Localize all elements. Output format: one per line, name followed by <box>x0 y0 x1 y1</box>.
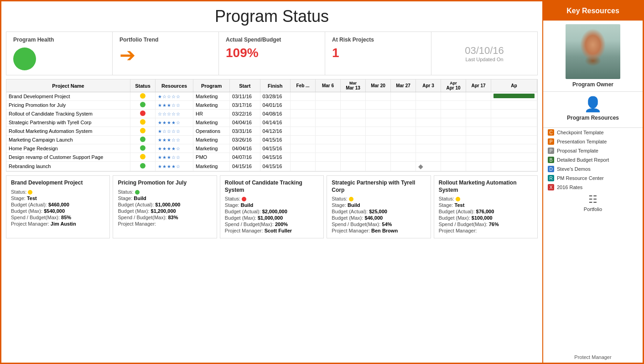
col-mar20: Mar 20 <box>366 79 391 92</box>
card-title: Rollout of Candidate Tracking System <box>225 179 319 194</box>
card-pm: Project Manager: <box>439 228 533 233</box>
portfolio-label: Portfolio <box>584 206 602 212</box>
card-pm: Project Manager: Jim Austin <box>11 221 105 227</box>
main-content: Program Status Program Health Portfolio … <box>1 1 542 363</box>
card-stage: Stage: Build <box>225 202 319 208</box>
col-start: Start <box>230 79 260 92</box>
card-stage: Stage: Build <box>332 202 426 208</box>
link-label: Detailed Budget Report <box>557 157 609 163</box>
app-container: Program Status Program Health Portfolio … <box>0 0 644 364</box>
col-finish: Finish <box>260 79 290 92</box>
card-budget-max: Budget (Max): $100,000 <box>439 215 533 221</box>
table-row: Strategic Partnership with Tyrell Corp★★… <box>6 118 537 127</box>
link-icon: P <box>548 148 554 154</box>
card-pm: Project Manager: Scott Fuller <box>225 228 319 233</box>
col-apr17: Apr 17 <box>466 79 491 92</box>
link-label: Steve's Demos <box>557 166 591 172</box>
sidebar-link-item[interactable]: R PM Resource Center <box>543 174 643 183</box>
col-program: Program <box>193 79 230 92</box>
kpi-last-updated: 03/10/16 Last Updated On <box>431 32 537 75</box>
table-row: Brand Development Project★☆☆☆☆Marketing0… <box>6 92 537 101</box>
sidebar-link-item[interactable]: D Steve's Demos <box>543 164 643 174</box>
card-title: Brand Development Project <box>11 179 105 187</box>
actual-spend-value: 109% <box>226 46 259 60</box>
card-budget-max: Budget (Max): $1,000,000 <box>225 215 319 221</box>
card-status: Status: <box>225 196 319 201</box>
link-icon: X <box>548 184 554 190</box>
kpi-bar: Program Health Portfolio Trend ➔ Actual … <box>6 32 538 75</box>
link-icon: R <box>548 175 554 181</box>
card-status: Status: <box>118 189 212 195</box>
resources-label: Program Resources <box>567 115 619 121</box>
portfolio-trend-label: Portfolio Trend <box>119 37 158 43</box>
sidebar: Key Resources Program Owner 👤 Program Re… <box>542 1 643 363</box>
last-updated-date: 03/10/16 <box>465 45 504 57</box>
link-icon: P <box>548 138 554 145</box>
link-label: Presentation Template <box>557 139 607 144</box>
card-spend-budget: Spend / Budget(Max): 54% <box>332 222 426 227</box>
card-budget-max: Budget (Max): $1,200,000 <box>118 208 212 214</box>
page-title: Program Status <box>1 1 542 30</box>
col-apr3: Apr 3 <box>416 79 441 92</box>
col-mar27: Mar 27 <box>391 79 416 92</box>
at-risk-label: At Risk Projects <box>332 37 374 43</box>
link-label: 2016 Rates <box>557 185 582 190</box>
card-pm: Project Manager: Ben Brown <box>332 228 426 233</box>
link-icon: D <box>548 166 554 172</box>
card-spend-budget: Spend / Budget(Max): 76% <box>439 222 533 227</box>
table-row: Rollout of Candidate Tracking System☆☆☆☆… <box>6 110 537 118</box>
card-title: Pricing Promotion for July <box>118 179 212 187</box>
card-status: Status: <box>439 196 533 201</box>
program-health-indicator <box>13 47 36 70</box>
kpi-program-health: Program Health <box>6 32 113 75</box>
portfolio-icon: ☷ <box>588 194 597 206</box>
sidebar-header: Key Resources <box>543 1 643 21</box>
table-row: Rebranding launch★★★★☆Marketing04/15/160… <box>6 162 537 171</box>
col-status: Status <box>130 79 156 92</box>
kpi-actual-spend: Actual Spend/Budget 109% <box>219 32 325 75</box>
col-ap: Ap <box>491 79 537 92</box>
col-apr10: AprApr 10 <box>441 79 466 92</box>
card-pm: Project Manager: <box>118 221 212 227</box>
project-card: Strategic Partnership with Tyrell Corp S… <box>327 175 431 238</box>
sidebar-link-item[interactable]: P Proposal Template <box>543 146 643 155</box>
kpi-portfolio-trend: Portfolio Trend ➔ <box>113 32 219 75</box>
link-label: PM Resource Center <box>557 175 604 181</box>
card-stage: Stage: Build <box>118 195 212 201</box>
table-row: Rollout Marketing Automation System★☆☆☆☆… <box>6 127 537 136</box>
resources-icon: 👤 <box>584 95 602 113</box>
card-budget-actual: Budget (Actual): $460,000 <box>11 202 105 207</box>
card-budget-actual: Budget (Actual): $2,000,000 <box>225 209 319 214</box>
col-project-name: Project Name <box>6 79 130 92</box>
table-row: Marketing Campaign Launch★★★☆☆Marketing0… <box>6 136 537 144</box>
link-icon: C <box>548 129 554 136</box>
card-spend-budget: Spend / Budget(Max): 85% <box>11 215 105 220</box>
owner-photo <box>566 24 620 79</box>
table-row: Pricing Promotion for July★★★☆☆Marketing… <box>6 101 537 110</box>
gantt-section: Project Name Status Resources Program St… <box>6 79 538 172</box>
card-status: Status: <box>332 196 426 201</box>
sidebar-link-item[interactable]: C Checkpoint Template <box>543 128 643 137</box>
col-resources: Resources <box>156 79 193 92</box>
last-updated-sub: Last Updated On <box>465 57 503 62</box>
sidebar-link-item[interactable]: B Detailed Budget Report <box>543 155 643 164</box>
portfolio-section: ☷ Portfolio <box>543 192 643 213</box>
owner-section: Program Owner <box>543 21 643 92</box>
sidebar-link-item[interactable]: X 2016 Rates <box>543 183 643 192</box>
project-card: Rollout Marketing Automation System Stat… <box>434 175 538 238</box>
cards-section: Brand Development Project Status: Stage:… <box>6 175 538 238</box>
owner-label: Program Owner <box>572 81 613 88</box>
card-status: Status: <box>11 189 105 195</box>
kpi-at-risk: At Risk Projects 1 <box>325 32 431 75</box>
link-icon: B <box>548 157 554 163</box>
sidebar-link-item[interactable]: P Presentation Template <box>543 137 643 146</box>
card-budget-max: Budget (Max): $540,000 <box>11 208 105 214</box>
resources-section: 👤 Program Resources <box>543 92 643 128</box>
project-card: Pricing Promotion for July Status: Stage… <box>113 175 217 238</box>
card-budget-actual: Budget (Actual): $76,000 <box>439 209 533 214</box>
gantt-table: Project Name Status Resources Program St… <box>6 79 537 171</box>
link-label: Proposal Template <box>557 148 598 153</box>
card-spend-budget: Spend / Budget(Max): 83% <box>118 215 212 220</box>
at-risk-value: 1 <box>332 46 339 60</box>
col-mar6: Mar 6 <box>316 79 341 92</box>
